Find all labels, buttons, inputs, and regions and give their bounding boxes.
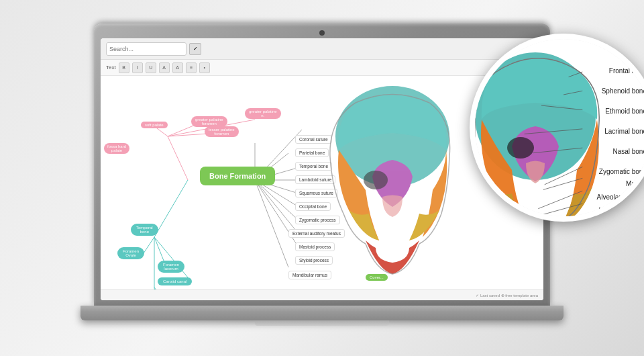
label-lacrimal-bone: Lacrimal bone (604, 128, 644, 135)
node-temporal-bone2[interactable]: Temporalbone (131, 224, 158, 236)
node-greater-palatine-n[interactable]: greater palatinen. (245, 108, 281, 119)
node-foramen-ovale[interactable]: ForamenOvale (117, 247, 144, 259)
align-button[interactable]: ≡ (186, 62, 197, 73)
label-frontal-bone: Frontal bone (609, 67, 644, 75)
svg-point-24 (364, 171, 388, 189)
label-sphenoid-bone: Sphenoid bone (602, 87, 644, 95)
svg-line-11 (154, 180, 188, 237)
label-mandible-body: Mandible (bod... (598, 207, 644, 214)
svg-line-18 (168, 136, 188, 180)
label-ethmoid-bone: Ethmoid bone (605, 107, 644, 115)
font-size-button[interactable]: A (159, 62, 170, 73)
scene: ✓ × Text B I U A A ≡ • (0, 0, 644, 356)
color-button[interactable]: A (172, 62, 183, 73)
footer-bar: ✓ Last saved ⊕ free template area (101, 290, 543, 300)
label-zygomatic-bone: Zygomatic bone (599, 168, 644, 175)
node-carotid-canal[interactable]: Carotid canal (158, 277, 192, 285)
node-cover-green1[interactable]: Cover... (366, 274, 388, 281)
svg-line-8 (255, 180, 299, 234)
search-input[interactable] (106, 42, 186, 56)
node-greater-palatine-foramen[interactable]: greater palatineforamen (191, 116, 227, 127)
node-fossa[interactable]: fossa hardpalate (104, 143, 129, 154)
label-nasal-bone: Nasal bone (612, 148, 644, 155)
svg-line-10 (255, 180, 288, 267)
svg-line-7 (255, 180, 299, 220)
label-maxilla: Maxilla (626, 180, 644, 187)
laptop-camera (319, 30, 325, 36)
bone-formation-node[interactable]: Bone Formation (200, 167, 275, 185)
magnifier: Frontal bone Sphenoid bone Ethmoid bone … (470, 34, 644, 222)
list-button[interactable]: • (199, 62, 210, 73)
node-lesser-palatine-foramen[interactable]: lesser palatineforamen (205, 126, 239, 137)
label-alveolar-margins: Alveolar margins (597, 193, 644, 201)
footer-note: ✓ Last saved ⊕ free template area (476, 293, 538, 298)
italic-button[interactable]: I (132, 62, 143, 73)
magnifier-content: Frontal bone Sphenoid bone Ethmoid bone … (475, 39, 644, 216)
bold-button[interactable]: B (119, 62, 129, 73)
node-foramen-lacerum[interactable]: Foramenlacerum (158, 261, 184, 273)
check-button[interactable]: ✓ (189, 43, 201, 55)
underline-button[interactable]: U (146, 62, 156, 73)
node-soft-palate[interactable]: soft palate (141, 122, 168, 128)
svg-point-30 (507, 137, 534, 159)
skull-diagram (315, 83, 470, 277)
laptop-base (80, 306, 564, 320)
text-label: Text (106, 64, 116, 71)
